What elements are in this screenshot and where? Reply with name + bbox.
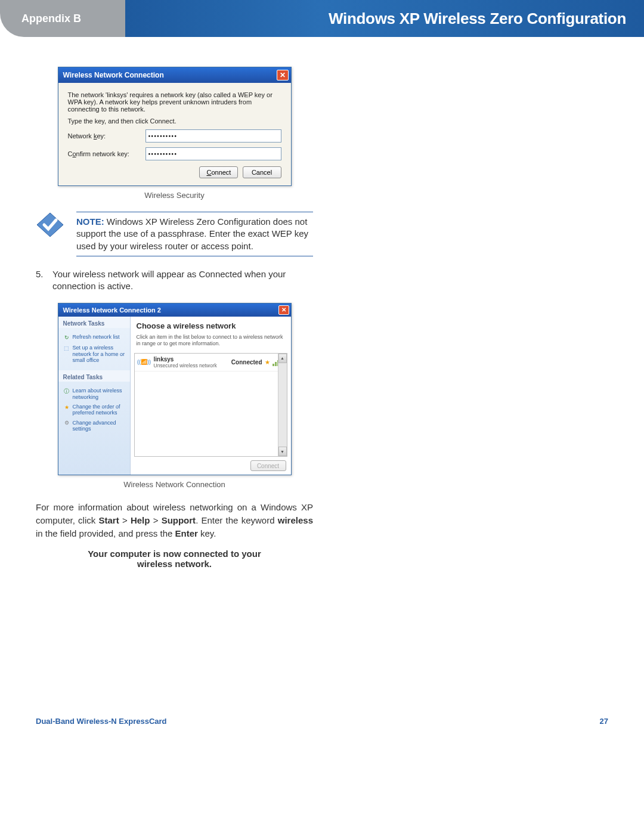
- sidebar-link-setup[interactable]: ⬚ Set up a wireless network for a home o…: [63, 345, 125, 363]
- scrollbar[interactable]: ▲ ▼: [278, 354, 287, 456]
- checkmark-icon: [36, 212, 64, 238]
- antenna-icon: ((📶)): [138, 356, 150, 368]
- page-body: Wireless Network Connection ✕ The networ…: [0, 37, 644, 717]
- dialog-intro: The network 'linksys' requires a network…: [68, 91, 281, 113]
- footer-product: Dual-Band Wireless-N ExpressCard: [36, 717, 167, 726]
- connection-status: Connected: [231, 359, 262, 366]
- cancel-button[interactable]: Cancel: [243, 166, 281, 178]
- header-appendix: Appendix B: [21, 13, 81, 25]
- close-icon[interactable]: ✕: [278, 305, 289, 315]
- note-box: NOTE: Windows XP Wireless Zero Configura…: [36, 212, 313, 256]
- header-title: Windows XP Wireless Zero Configuration: [329, 10, 626, 28]
- step-5: 5. Your wireless network will appear as …: [36, 268, 313, 293]
- note-label: NOTE:: [76, 216, 104, 227]
- confirm-key-input[interactable]: [145, 147, 281, 160]
- network-name: linksys: [154, 356, 231, 363]
- side-hdr-related-tasks: Related Tasks: [58, 370, 130, 382]
- connect-button[interactable]: Connect: [199, 166, 238, 178]
- wireless-network-connection-window: Wireless Network Connection 2 ✕ Network …: [58, 303, 292, 475]
- network-item-linksys[interactable]: ((📶)) linksys Unsecured wireless network…: [135, 354, 287, 371]
- favorite-star-icon: ★: [265, 359, 270, 366]
- network-type: Unsecured wireless network: [154, 363, 231, 368]
- side-hdr-network-tasks: Network Tasks: [58, 317, 130, 328]
- wnc-content: Choose a wireless network Click an item …: [131, 317, 291, 475]
- choose-instructions: Click an item in the list below to conne…: [137, 334, 285, 347]
- sidebar-link-advanced[interactable]: ⚙ Change advanced settings: [63, 420, 125, 432]
- wireless-security-dialog: Wireless Network Connection ✕ The networ…: [58, 67, 292, 186]
- sidebar-link-order[interactable]: ★ Change the order of preferred networks: [63, 404, 125, 416]
- dialog-typeline: Type the key, and then click Connect.: [68, 117, 281, 125]
- note-text: NOTE: Windows XP Wireless Zero Configura…: [76, 212, 313, 256]
- page-footer: Dual-Band Wireless-N ExpressCard 27: [0, 717, 644, 744]
- sidebar-link-refresh[interactable]: ↻ Refresh network list: [63, 334, 125, 341]
- setup-icon: ⬚: [63, 345, 70, 352]
- page-header: Appendix B Windows XP Wireless Zero Conf…: [0, 0, 644, 37]
- network-key-label: Network key:: [68, 132, 145, 140]
- note-body: Windows XP Wireless Zero Configuration d…: [76, 216, 308, 251]
- connected-message: Your computer is now connected to your w…: [36, 549, 313, 569]
- star-icon: ★: [63, 404, 70, 411]
- gear-icon: ⚙: [63, 420, 70, 427]
- sidebar-link-learn[interactable]: ⓘ Learn about wireless networking: [63, 388, 125, 400]
- info-icon: ⓘ: [63, 388, 70, 395]
- more-info-paragraph: For more information about wireless netw…: [36, 501, 313, 540]
- dialog-body: The network 'linksys' requires a network…: [58, 83, 291, 185]
- wnc-caption: Wireless Network Connection: [36, 480, 313, 489]
- dialog-title: Wireless Network Connection: [63, 71, 164, 79]
- dialog-titlebar: Wireless Network Connection ✕: [58, 67, 291, 83]
- refresh-icon: ↻: [63, 334, 70, 341]
- scroll-up-icon[interactable]: ▲: [278, 354, 287, 363]
- step-text: Your wireless network will appear as Con…: [52, 268, 313, 293]
- scroll-down-icon[interactable]: ▼: [278, 447, 287, 456]
- choose-header: Choose a wireless network: [137, 321, 285, 330]
- dialog1-caption: Wireless Security: [36, 191, 313, 200]
- wnc-title: Wireless Network Connection 2: [63, 306, 161, 314]
- wnc-sidebar: Network Tasks ↻ Refresh network list ⬚ S…: [58, 317, 131, 475]
- step-number: 5.: [36, 268, 52, 293]
- wnc-connect-button: Connect: [250, 460, 286, 471]
- close-icon[interactable]: ✕: [277, 70, 289, 80]
- wnc-titlebar: Wireless Network Connection 2 ✕: [58, 304, 291, 317]
- page-number: 27: [600, 717, 608, 726]
- network-list: ((📶)) linksys Unsecured wireless network…: [134, 353, 287, 457]
- network-key-input[interactable]: [145, 129, 281, 143]
- confirm-key-label: Confirm network key:: [68, 150, 145, 157]
